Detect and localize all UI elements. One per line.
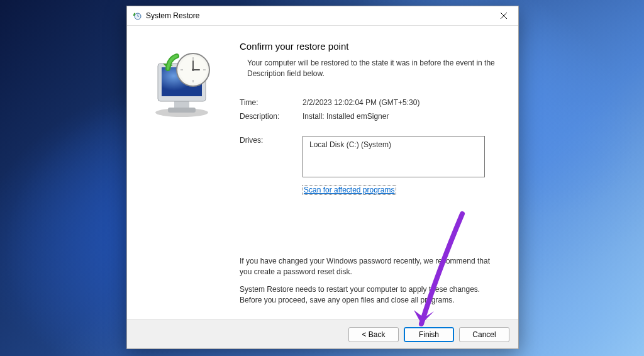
system-restore-dialog: System Restore — [126, 6, 519, 349]
right-panel: Confirm your restore point Your computer… — [236, 26, 518, 320]
page-subtext: Your computer will be restored to the st… — [247, 58, 501, 79]
time-label: Time: — [240, 98, 303, 107]
restore-illustration-icon — [144, 45, 219, 120]
svg-rect-7 — [168, 108, 196, 113]
button-row: < Back Finish Cancel — [127, 320, 518, 348]
description-value: Install: Installed emSigner — [303, 112, 501, 121]
drives-row: Drives: Local Disk (C:) (System) — [240, 136, 501, 177]
svg-point-19 — [192, 69, 194, 71]
time-value: 2/2/2023 12:02:04 PM (GMT+5:30) — [303, 98, 501, 107]
close-button[interactable] — [489, 6, 518, 25]
password-note: If you have changed your Windows passwor… — [240, 256, 501, 277]
finish-button[interactable]: Finish — [404, 327, 454, 342]
drives-listbox[interactable]: Local Disk (C:) (System) — [303, 136, 485, 177]
description-label: Description: — [240, 112, 303, 121]
time-row: Time: 2/2/2023 12:02:04 PM (GMT+5:30) — [240, 98, 501, 107]
description-row: Description: Install: Installed emSigner — [240, 112, 501, 121]
drives-label: Drives: — [240, 136, 303, 177]
content-area: Confirm your restore point Your computer… — [127, 25, 518, 320]
drive-item[interactable]: Local Disk (C:) (System) — [309, 140, 478, 149]
restart-note: System Restore needs to restart your com… — [240, 284, 501, 306]
cancel-button[interactable]: Cancel — [459, 327, 509, 342]
titlebar: System Restore — [127, 6, 518, 25]
app-icon — [132, 11, 142, 21]
scan-affected-programs-link[interactable]: Scan for affected programs — [303, 185, 396, 195]
back-button[interactable]: < Back — [348, 327, 399, 342]
window-title: System Restore — [146, 11, 489, 20]
left-panel — [127, 26, 236, 320]
page-heading: Confirm your restore point — [240, 41, 501, 52]
